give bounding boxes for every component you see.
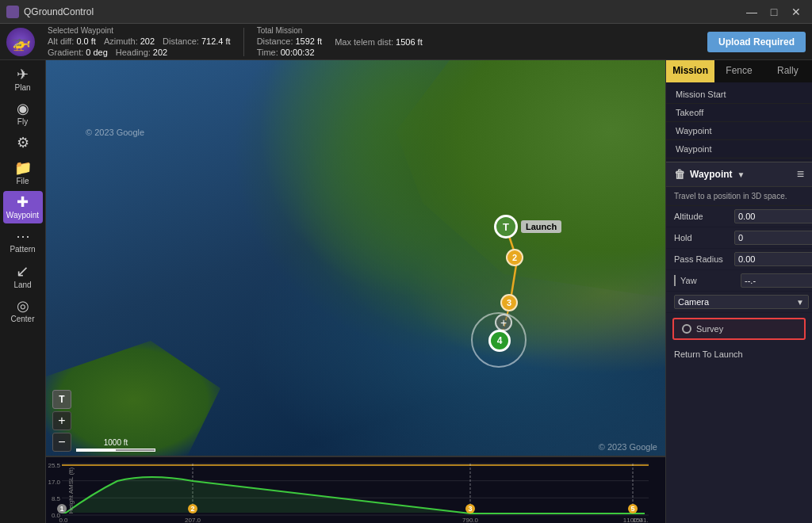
titlebar-left: QGroundControl (6, 6, 94, 18)
waypoint-2-marker[interactable]: 2 (506, 249, 523, 266)
alt-diff-label: Alt diff: (48, 36, 74, 46)
waypoint-header-label: Waypoint (690, 169, 733, 180)
map[interactable]: © 2023 Google © 2023 Google T Launch 2 3… (46, 60, 665, 523)
hold-row: Hold secs (666, 227, 812, 249)
close-button[interactable]: ✕ (787, 5, 806, 19)
yaw-label: Yaw (680, 276, 736, 285)
mission-items-list: Mission Start Takeoff Waypoint Waypoint (666, 82, 812, 162)
upload-button[interactable]: Upload Required (707, 32, 806, 52)
gradient-value: 0 deg (86, 48, 108, 57)
waypoint-description: Travel to a position in 3D space. (666, 187, 812, 206)
sidebar-item-center-label: Center (10, 315, 34, 323)
plan-icon: ✈ (17, 67, 29, 82)
sidebar-item-fly-label: Fly (17, 117, 28, 126)
elevation-chart-container: Height AMSL (ft) (46, 456, 665, 523)
sidebar-item-plan-label: Plan (14, 83, 30, 92)
heading-label: Heading: (116, 48, 151, 57)
hold-label: Hold (674, 233, 730, 242)
sidebar-item-pattern-label: Pattern (10, 245, 35, 254)
yaw-checkbox[interactable] (674, 275, 676, 286)
tab-rally[interactable]: Rally (764, 60, 812, 82)
mission-item-waypoint-1[interactable]: Waypoint (666, 122, 812, 140)
sidebar-item-analyze[interactable]: ⚙ (3, 132, 43, 155)
tm-distance-value: 1592 ft (295, 36, 322, 46)
map-minus-button[interactable]: − (52, 433, 71, 452)
hold-input[interactable] (734, 231, 812, 245)
mission-item-takeoff[interactable]: Takeoff (666, 104, 812, 122)
waypoint-4-marker[interactable]: 4 (488, 330, 511, 352)
sidebar-item-file-label: File (16, 177, 29, 185)
sidebar-item-plan[interactable]: ✈ Plan (3, 63, 43, 96)
heading-value: 202 (153, 48, 167, 57)
topbar: 🚁 Selected Waypoint Alt diff: 0.0 ft Azi… (0, 24, 812, 60)
return-to-launch-item[interactable]: Return To Launch (666, 345, 812, 364)
wp2-circle: 2 (506, 249, 523, 266)
mission-tabs: Mission Fence Rally (666, 60, 812, 82)
chart-y-axis-label: Height AMSL (ft) (67, 467, 75, 513)
waypoint-detail-panel: 🗑 Waypoint ▼ ≡ Travel to a position in 3… (666, 162, 812, 523)
file-icon: 📁 (14, 161, 32, 175)
sidebar-item-pattern[interactable]: ⋯ Pattern (3, 225, 43, 258)
tab-mission[interactable]: Mission (666, 60, 714, 82)
tab-fence[interactable]: Fence (714, 60, 763, 82)
scale-line (76, 449, 155, 452)
total-mission-title: Total Mission (257, 26, 323, 35)
camera-select[interactable]: Camera (674, 295, 809, 309)
launch-marker: T Launch (494, 215, 561, 239)
wp4-circle: 4 (488, 330, 511, 352)
pattern-icon: ⋯ (16, 229, 30, 243)
pass-radius-row: Pass Radius ft (666, 249, 812, 270)
azimuth-value: 202 (140, 36, 155, 46)
sidebar-item-waypoint[interactable]: ✚ Waypoint (3, 191, 43, 223)
yaw-input[interactable] (741, 273, 812, 288)
waypoint-header-left: 🗑 Waypoint ▼ (674, 168, 745, 181)
survey-item[interactable]: Survey (672, 318, 806, 340)
total-mission-group: Total Mission Distance: 1592 ft Time: 00… (257, 26, 323, 57)
survey-radio (682, 324, 691, 334)
sidebar-item-land[interactable]: ↙ Land (3, 259, 43, 293)
main-area: ✈ Plan ◉ Fly ⚙ 📁 File ✚ Waypoint ⋯ Patte… (0, 60, 812, 523)
trash-icon[interactable]: 🗑 (674, 168, 685, 181)
waypoint-menu-icon[interactable]: ≡ (797, 167, 804, 181)
sidebar: ✈ Plan ◉ Fly ⚙ 📁 File ✚ Waypoint ⋯ Patte… (0, 60, 46, 523)
yaw-row: Yaw deg (666, 270, 812, 292)
waypoint-dropdown-arrow[interactable]: ▼ (737, 170, 745, 179)
sidebar-item-center[interactable]: ◎ Center (3, 295, 43, 327)
distance-label: Distance: (163, 36, 199, 46)
analyze-icon: ⚙ (17, 136, 29, 150)
scale-label: 1000 ft (104, 438, 128, 447)
map-copyright-bottom: © 2023 Google (599, 442, 657, 452)
sidebar-item-file[interactable]: 📁 File (3, 157, 43, 189)
alt-diff-value: 0.0 ft (76, 36, 95, 46)
launch-label: Launch (521, 220, 561, 233)
time-value: 00:00:32 (281, 48, 315, 57)
map-t-button[interactable]: T (52, 390, 71, 409)
map-controls: T + − (52, 390, 71, 452)
pass-radius-input[interactable] (734, 252, 812, 266)
maximize-button[interactable]: □ (764, 5, 783, 19)
app-icon (6, 6, 19, 18)
sidebar-item-fly[interactable]: ◉ Fly (3, 97, 43, 130)
land-icon: ↙ (16, 263, 29, 279)
max-telem-label: Max telem dist: (335, 37, 393, 47)
max-telem-value: 1506 ft (396, 37, 423, 47)
waypoint-3-marker[interactable]: 3 (500, 294, 518, 311)
titlebar-controls: — □ ✕ (742, 5, 806, 19)
time-label: Time: (257, 48, 278, 57)
center-icon: ◎ (17, 299, 29, 313)
survey-label: Survey (696, 324, 723, 334)
minimize-button[interactable]: — (742, 5, 761, 19)
max-telem-group: Max telem dist: 1506 ft (335, 37, 423, 47)
map-copyright: © 2023 Google (86, 128, 144, 137)
mission-item-start[interactable]: Mission Start (666, 86, 812, 104)
waypoint-icon: ✚ (17, 195, 29, 209)
right-panel: Mission Fence Rally Mission Start Takeof… (665, 60, 812, 523)
mission-item-waypoint-2[interactable]: Waypoint (666, 140, 812, 158)
gradient-label: Gradient: (48, 48, 83, 57)
camera-row: Camera ▼ (666, 292, 812, 313)
wp3-circle: 3 (500, 294, 518, 311)
altitude-input[interactable] (734, 209, 812, 223)
sidebar-item-land-label: Land (13, 281, 31, 289)
map-plus-button[interactable]: + (52, 411, 71, 430)
launch-circle: T (494, 215, 518, 239)
